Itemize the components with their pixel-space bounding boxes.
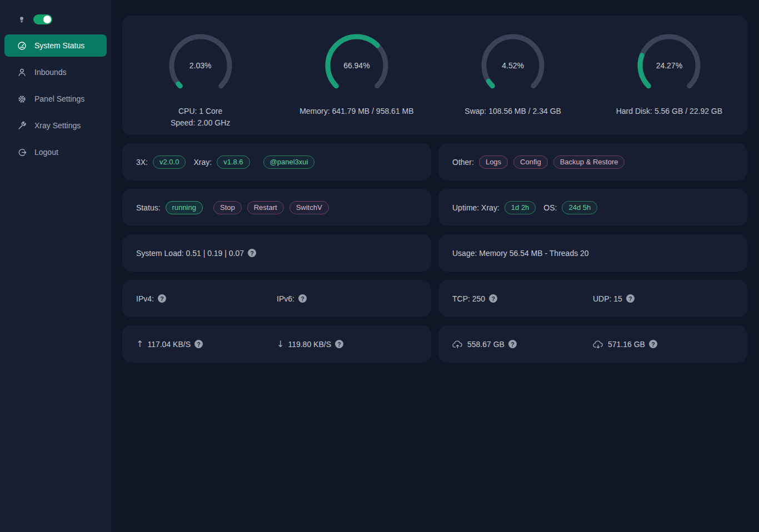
action-stop-badge[interactable]: Stop xyxy=(213,201,242,214)
udp-help-icon[interactable] xyxy=(626,294,635,303)
total-upload-help-icon[interactable] xyxy=(508,340,517,348)
hard-disk-gauge: 24.27%Hard Disk: 5.56 GB / 22.92 GB xyxy=(591,32,747,135)
total-download-cell: 571.16 GB xyxy=(593,340,733,349)
ip-card: IPv4: IPv6: xyxy=(122,280,431,317)
usage-card: Usage: Memory 56.54 MB - Threads 20 xyxy=(438,234,747,272)
memory-gauge-caption: Memory: 641.79 MB / 958.61 MB xyxy=(299,106,413,117)
3x-version-label: 3X: xyxy=(136,158,148,167)
speed-card: 117.04 KB/S 119.80 KB/S xyxy=(122,325,431,363)
other-badges: LogsConfigBackup & Restore xyxy=(479,155,631,169)
uptime-card: Uptime: Xray: 1d 2h OS: 24d 5h xyxy=(438,189,747,226)
total-upload-text: 558.67 GB xyxy=(467,340,505,349)
cloud-upload-icon xyxy=(452,340,463,349)
app-window: System StatusInboundsPanel SettingsXray … xyxy=(0,0,759,532)
status-running-badge: running xyxy=(166,201,203,214)
ipv6-label: IPv6: xyxy=(277,294,294,303)
memory-gauge-value: 66.94% xyxy=(323,32,391,99)
cpu-gauge-value: 2.03% xyxy=(167,32,234,99)
sidebar-item-label: Logout xyxy=(34,148,58,157)
sidebar-item-label: Xray Settings xyxy=(34,121,81,130)
system-load-card: System Load: 0.51 | 0.19 | 0.07 xyxy=(122,234,431,272)
other-label: Other: xyxy=(452,158,474,167)
sidebar-item-logout[interactable]: Logout xyxy=(4,141,107,163)
version-card: 3X: v2.0.0 Xray: v1.8.6 @panel3xui xyxy=(122,143,431,180)
3x-version-badge[interactable]: v2.0.0 xyxy=(153,155,186,169)
other-card: Other: LogsConfigBackup & Restore xyxy=(438,143,747,180)
other-logs-badge[interactable]: Logs xyxy=(479,155,508,169)
sidebar-item-panel-settings[interactable]: Panel Settings xyxy=(4,88,107,110)
system-load-help-icon[interactable] xyxy=(248,249,256,257)
dashboard-icon xyxy=(17,41,27,51)
upload-arrow-icon xyxy=(136,339,143,349)
total-download-help-icon[interactable] xyxy=(649,340,657,348)
sidebar-item-label: Inbounds xyxy=(34,68,67,77)
udp-cell: UDP: 15 xyxy=(593,294,733,303)
download-speed-text: 119.80 KB/S xyxy=(288,340,331,349)
system-gauges-card: 2.03%CPU: 1 CoreSpeed: 2.00 GHz66.94%Mem… xyxy=(122,16,747,135)
sidebar-menu: System StatusInboundsPanel SettingsXray … xyxy=(0,32,111,165)
hard-disk-gauge-value: 24.27% xyxy=(635,32,703,99)
swap-gauge-value: 4.52% xyxy=(479,32,547,99)
total-download-text: 571.16 GB xyxy=(608,340,645,349)
gear-icon xyxy=(17,94,27,104)
telegram-badge[interactable]: @panel3xui xyxy=(263,155,315,169)
memory-gauge-ring: 66.94% xyxy=(323,32,391,99)
ipv6-cell: IPv6: xyxy=(277,294,417,303)
tcp-cell: TCP: 250 xyxy=(452,294,593,303)
status-card: Status: running StopRestartSwitchV xyxy=(122,189,431,226)
total-upload-cell: 558.67 GB xyxy=(452,340,593,349)
download-speed-cell: 119.80 KB/S xyxy=(277,339,417,349)
logout-icon xyxy=(17,147,27,157)
download-arrow-icon xyxy=(277,339,284,349)
udp-count-text: UDP: 15 xyxy=(593,294,622,303)
toggle-knob xyxy=(43,16,51,23)
wrench-icon xyxy=(17,121,27,131)
theme-toggle[interactable] xyxy=(33,14,52,24)
ipv4-cell: IPv4: xyxy=(136,294,277,303)
tcp-count-text: TCP: 250 xyxy=(452,294,485,303)
xray-version-label: Xray: xyxy=(193,158,212,167)
theme-toggle-row xyxy=(0,0,111,32)
swap-gauge: 4.52%Swap: 108.56 MB / 2.34 GB xyxy=(435,32,591,135)
other-backup-restore-badge[interactable]: Backup & Restore xyxy=(553,155,625,169)
uptime-xray-badge: 1d 2h xyxy=(505,201,536,214)
swap-gauge-caption: Swap: 108.56 MB / 2.34 GB xyxy=(465,106,561,117)
sidebar-item-xray-settings[interactable]: Xray Settings xyxy=(4,114,107,137)
connections-card: TCP: 250 UDP: 15 xyxy=(438,280,747,317)
traffic-card: 558.67 GB 571.16 GB xyxy=(438,325,747,363)
upload-speed-help-icon[interactable] xyxy=(194,340,203,348)
action-switchv-badge[interactable]: SwitchV xyxy=(289,201,329,214)
cloud-download-icon xyxy=(593,340,603,349)
main-content: 2.03%CPU: 1 CoreSpeed: 2.00 GHz66.94%Mem… xyxy=(111,0,759,532)
usage-text: Usage: Memory 56.54 MB - Threads 20 xyxy=(452,249,589,258)
ipv6-help-icon[interactable] xyxy=(298,294,307,303)
action-restart-badge[interactable]: Restart xyxy=(247,201,284,214)
sidebar: System StatusInboundsPanel SettingsXray … xyxy=(0,0,111,532)
cpu-gauge-caption: CPU: 1 CoreSpeed: 2.00 GHz xyxy=(171,106,230,129)
upload-speed-text: 117.04 KB/S xyxy=(147,340,191,349)
hard-disk-gauge-caption: Hard Disk: 5.56 GB / 22.92 GB xyxy=(616,106,722,117)
upload-speed-cell: 117.04 KB/S xyxy=(136,339,277,349)
user-icon xyxy=(17,67,27,77)
uptime-os-label: OS: xyxy=(543,203,557,212)
uptime-xray-label: Uptime: Xray: xyxy=(452,203,500,212)
xray-version-badge[interactable]: v1.8.6 xyxy=(217,155,249,169)
cpu-gauge: 2.03%CPU: 1 CoreSpeed: 2.00 GHz xyxy=(122,32,278,135)
sidebar-item-label: Panel Settings xyxy=(34,94,84,103)
uptime-os-badge: 24d 5h xyxy=(562,201,597,214)
sidebar-item-system-status[interactable]: System Status xyxy=(4,34,107,57)
download-speed-help-icon[interactable] xyxy=(335,340,343,348)
status-label: Status: xyxy=(136,203,161,212)
ipv4-help-icon[interactable] xyxy=(158,294,166,303)
sidebar-item-inbounds[interactable]: Inbounds xyxy=(4,61,107,83)
system-load-text: System Load: 0.51 | 0.19 | 0.07 xyxy=(136,249,244,258)
other-config-badge[interactable]: Config xyxy=(513,155,548,169)
memory-gauge: 66.94%Memory: 641.79 MB / 958.61 MB xyxy=(278,32,435,135)
status-actions: StopRestartSwitchV xyxy=(213,201,334,214)
swap-gauge-ring: 4.52% xyxy=(479,32,547,99)
tcp-help-icon[interactable] xyxy=(489,294,497,303)
lightbulb-icon xyxy=(17,15,26,24)
ipv4-label: IPv4: xyxy=(136,294,154,303)
cpu-gauge-ring: 2.03% xyxy=(167,32,234,99)
status-cards-grid: 3X: v2.0.0 Xray: v1.8.6 @panel3xui Other… xyxy=(122,143,747,363)
